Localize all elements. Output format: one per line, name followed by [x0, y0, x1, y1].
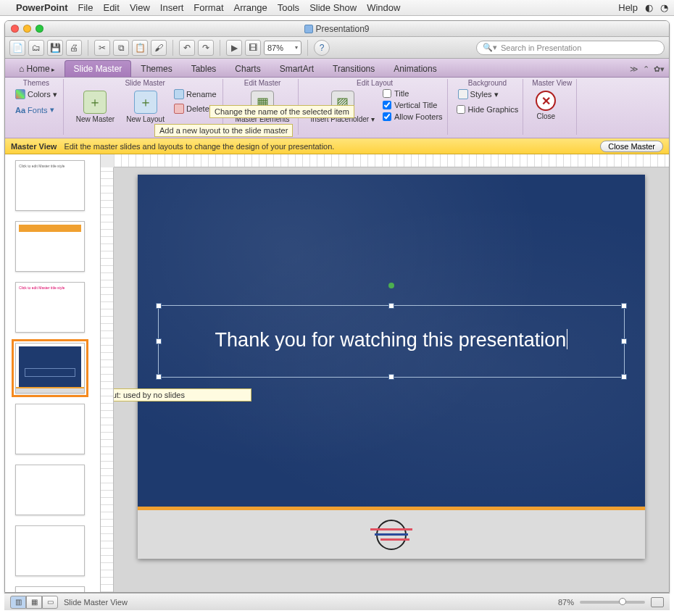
ruler-vertical[interactable]: [101, 167, 114, 592]
colors-button[interactable]: Colors ▾: [14, 88, 59, 100]
ruler-horizontal[interactable]: [114, 154, 669, 167]
rotation-handle[interactable]: [388, 283, 394, 288]
zoom-slider-knob[interactable]: [619, 598, 626, 605]
title-checkbox[interactable]: Title: [383, 88, 443, 99]
app-name[interactable]: PowerPoint: [16, 2, 68, 13]
thumb-6[interactable]: [15, 465, 85, 515]
resize-handle-n[interactable]: [388, 303, 394, 309]
undo-button[interactable]: ↶: [179, 40, 195, 56]
format-painter-button[interactable]: 🖌: [151, 40, 167, 56]
menu-file[interactable]: File: [78, 2, 93, 13]
paste-button[interactable]: 📋: [132, 40, 148, 56]
tab-animations[interactable]: Animations: [384, 60, 446, 77]
resize-handle-nw[interactable]: [156, 303, 162, 309]
view-slideshow-button[interactable]: ▭: [42, 596, 58, 609]
hide-graphics-checkbox[interactable]: Hide Graphics: [457, 104, 519, 115]
menu-insert[interactable]: Insert: [160, 2, 184, 13]
colors-icon: [15, 89, 25, 99]
slide-footer: [138, 507, 645, 559]
resize-handle-w[interactable]: [156, 338, 162, 344]
new-layout-button[interactable]: ＋New Layout: [122, 88, 168, 125]
open-button[interactable]: 🗂: [28, 40, 44, 56]
allow-footers-checkbox[interactable]: Allow Footers: [383, 112, 443, 122]
thumb-2[interactable]: [15, 221, 85, 272]
editor: Thank you for watching this presentation…: [101, 154, 669, 592]
menu-edit[interactable]: Edit: [103, 2, 119, 13]
thumbnail-panel[interactable]: Click to edit Master title style Click t…: [5, 154, 101, 592]
search-input[interactable]: 🔍▾ Search in Presentation: [476, 41, 665, 55]
menu-view[interactable]: View: [130, 2, 150, 13]
thumb-5[interactable]: [15, 404, 85, 454]
rename-icon: [174, 89, 184, 99]
menu-tools[interactable]: Tools: [278, 2, 299, 13]
resize-handle-sw[interactable]: [156, 374, 162, 380]
menu-slideshow[interactable]: Slide Show: [309, 2, 357, 13]
cut-button[interactable]: ✂: [94, 40, 110, 56]
rename-button[interactable]: Rename: [172, 88, 218, 100]
thumb-4-selected[interactable]: [15, 343, 85, 394]
fit-to-window-button[interactable]: [651, 597, 664, 607]
main-area: Click to edit Master title style Click t…: [5, 154, 669, 592]
ribbon-tabs: Home▸ Slide Master Themes Tables Charts …: [5, 59, 669, 78]
text-placeholder-selected[interactable]: Thank you for watching this presentation: [158, 305, 625, 378]
zoom-slider[interactable]: [580, 601, 645, 604]
resize-handle-ne[interactable]: [621, 303, 627, 309]
tab-home[interactable]: Home▸: [9, 60, 65, 77]
status-text: Slide Master View: [64, 598, 128, 607]
master-view-infobar: Master View Edit the master slides and l…: [5, 138, 669, 154]
tab-charts[interactable]: Charts: [225, 60, 270, 77]
fonts-button[interactable]: Aa Fonts ▾: [14, 104, 56, 115]
new-layout-tooltip: Add a new layout to the slide master: [154, 124, 293, 137]
help-button[interactable]: ?: [314, 40, 330, 56]
resize-handle-e[interactable]: [621, 338, 627, 344]
thumb-1[interactable]: Click to edit Master title style: [15, 160, 85, 211]
new-doc-button[interactable]: 📄: [9, 40, 25, 56]
slide[interactable]: Thank you for watching this presentation: [138, 175, 645, 559]
ribbon-settings-icon[interactable]: ✿▾: [654, 64, 665, 74]
menu-window[interactable]: Window: [367, 2, 400, 13]
thumb-7[interactable]: [15, 525, 85, 576]
styles-button[interactable]: Styles ▾: [457, 88, 500, 100]
print-button[interactable]: 🖨: [66, 40, 82, 56]
slide-title-text[interactable]: Thank you for watching this presentation: [159, 306, 624, 351]
slideshow-button[interactable]: ▶: [226, 40, 242, 56]
save-button[interactable]: 💾: [47, 40, 63, 56]
delete-icon: [174, 104, 184, 114]
new-layout-icon: ＋: [134, 91, 157, 114]
resize-handle-s[interactable]: [388, 374, 394, 380]
rename-tooltip: Change the name of the selected item: [209, 105, 354, 118]
vertical-title-checkbox[interactable]: Vertical Title: [383, 100, 443, 110]
ribbon-group-background: Background Styles ▾ Hide Graphics: [452, 79, 524, 135]
close-master-button[interactable]: Close Master: [600, 141, 663, 152]
tab-transitions[interactable]: Transitions: [323, 60, 384, 77]
resize-handle-se[interactable]: [621, 374, 627, 380]
slide-canvas[interactable]: Thank you for watching this presentation…: [114, 167, 669, 592]
menu-arrange[interactable]: Arrange: [234, 2, 267, 13]
ribbon-group-master-view: Master View ✕Close: [528, 79, 577, 135]
search-icon: 🔍▾: [483, 43, 497, 52]
tab-tables[interactable]: Tables: [182, 60, 226, 77]
infobar-label: Master View: [11, 142, 57, 151]
tabs-overflow[interactable]: ≫: [630, 64, 638, 74]
copy-button[interactable]: ⧉: [113, 40, 129, 56]
thumb-8[interactable]: [15, 586, 85, 592]
document-icon: [304, 25, 313, 33]
ribbon-group-themes: Themes Colors ▾ Aa Fonts ▾: [9, 79, 64, 135]
menu-help[interactable]: Help: [618, 2, 638, 13]
new-master-button[interactable]: ＋New Master: [72, 88, 118, 125]
redo-button[interactable]: ↷: [198, 40, 214, 56]
zoom-combo[interactable]: 87%: [264, 41, 301, 55]
media-button[interactable]: 🎞: [245, 40, 261, 56]
view-sorter-button[interactable]: ▦: [26, 596, 42, 609]
close-master-view-button[interactable]: ✕Close: [532, 88, 559, 122]
status-zoom: 87%: [558, 598, 574, 607]
layout-tooltip: End Slide Master Layout: used by no slid…: [114, 388, 251, 401]
menu-format[interactable]: Format: [194, 2, 223, 13]
view-normal-button[interactable]: ▥: [10, 596, 26, 609]
ribbon-collapse-icon[interactable]: ⌃: [643, 64, 649, 74]
tab-slide-master[interactable]: Slide Master: [65, 60, 132, 77]
tab-smartart[interactable]: SmartArt: [270, 60, 323, 77]
infobar-text: Edit the master slides and layouts to ch…: [64, 142, 334, 151]
tab-themes[interactable]: Themes: [131, 60, 181, 77]
thumb-3[interactable]: Click to edit Master title style: [15, 282, 85, 333]
